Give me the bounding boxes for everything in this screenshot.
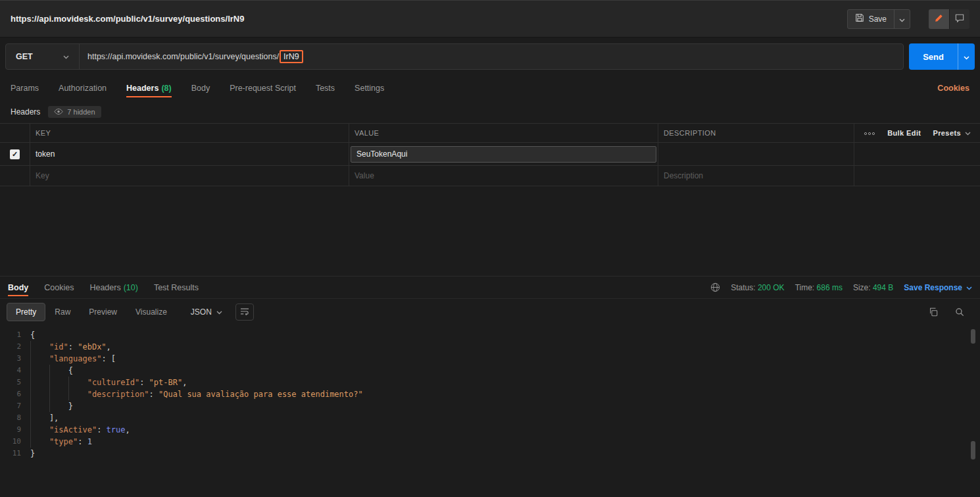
header-row-token: ✓ token	[0, 143, 980, 166]
wrap-text-button[interactable]	[235, 303, 254, 321]
code-text: {	[30, 329, 35, 341]
line-number: 1	[0, 329, 30, 341]
hidden-headers-label: 7 hidden	[67, 108, 95, 116]
url-bar: GET https://api.movidesk.com/public/v1/s…	[5, 43, 904, 70]
row-checkbox-cell: ✓	[0, 143, 30, 165]
code-line: 9"isActive": true,	[0, 424, 980, 436]
tab-tests[interactable]: Tests	[316, 76, 335, 101]
chevron-down-icon	[965, 129, 971, 137]
response-pane: Body Cookies Headers(10) Test Results St…	[0, 276, 980, 497]
save-label: Save	[869, 14, 887, 24]
row-checkbox-checked[interactable]: ✓	[10, 149, 20, 159]
request-title: https://api.movidesk.com/public/v1/surve…	[11, 14, 847, 24]
code-text: "cultureId": "pt-BR",	[30, 377, 187, 388]
tab-authorization[interactable]: Authorization	[59, 76, 107, 101]
send-button[interactable]: Send	[909, 43, 958, 70]
code-text: "isActive": true,	[30, 424, 130, 436]
bulk-edit-button[interactable]: Bulk Edit	[887, 129, 921, 137]
tab-body[interactable]: Body	[191, 76, 210, 101]
response-headers-count-badge: (10)	[124, 283, 138, 292]
response-tab-test-results[interactable]: Test Results	[154, 276, 199, 298]
line-number: 7	[0, 400, 30, 412]
headers-table-header-row: KEY VALUE DESCRIPTION Bulk Edit Presets	[0, 124, 980, 143]
request-url-row: GET https://api.movidesk.com/public/v1/s…	[0, 38, 980, 76]
empty-area	[0, 186, 980, 276]
response-tab-body[interactable]: Body	[8, 276, 28, 298]
edit-request-button[interactable]	[929, 9, 949, 29]
status-indicator: Status: 200 OK	[731, 283, 784, 292]
code-line: 8],	[0, 412, 980, 424]
response-view-toolbar: Pretty Raw Preview Visualize JSON	[0, 299, 980, 325]
placeholder-controls-cell	[854, 166, 980, 186]
select-all-column	[0, 124, 30, 142]
scrollbar-thumb[interactable]	[971, 329, 975, 344]
search-icon[interactable]	[955, 307, 964, 317]
save-button[interactable]: Save	[848, 10, 894, 28]
hidden-headers-toggle[interactable]: 7 hidden	[48, 106, 101, 118]
url-text: https://api.movidesk.com/public/v1/surve…	[87, 52, 279, 61]
tab-params[interactable]: Params	[11, 76, 39, 101]
code-text: ],	[30, 412, 59, 424]
save-options-caret[interactable]	[894, 10, 910, 28]
row-controls-cell	[854, 143, 980, 165]
wrap-text-icon	[240, 306, 249, 318]
code-text: }	[30, 400, 73, 412]
comments-button[interactable]	[949, 9, 969, 29]
header-value-input[interactable]	[351, 146, 656, 163]
tab-headers[interactable]: Headers(8)	[126, 76, 172, 101]
format-dropdown[interactable]: JSON	[184, 304, 229, 320]
view-tab-raw[interactable]: Raw	[45, 303, 80, 321]
more-options-button[interactable]	[864, 129, 875, 137]
column-header-value: VALUE	[349, 124, 658, 142]
view-tab-preview[interactable]: Preview	[80, 303, 126, 321]
url-highlighted-segment: IrN9	[280, 50, 303, 63]
pencil-icon	[935, 13, 943, 25]
code-line: 11}	[0, 448, 980, 459]
response-tools	[929, 307, 973, 317]
copy-icon[interactable]	[929, 307, 938, 317]
code-text: "description": "Qual sua avaliação para …	[30, 388, 363, 400]
placeholder-description-cell[interactable]: Description	[658, 166, 854, 186]
request-tabs: Params Authorization Headers(8) Body Pre…	[0, 76, 980, 101]
line-number: 5	[0, 377, 30, 388]
network-icon[interactable]	[710, 282, 720, 292]
scrollbar-thumb[interactable]	[971, 441, 975, 459]
headers-count-badge: (8)	[161, 84, 171, 93]
code-line: 1{	[0, 329, 980, 341]
method-label: GET	[16, 52, 33, 61]
time-indicator: Time: 686 ms	[795, 283, 843, 292]
status-value: 200 OK	[758, 283, 785, 292]
cookies-link[interactable]: Cookies	[937, 84, 969, 93]
header-key-cell[interactable]: token	[30, 143, 349, 165]
chevron-down-icon	[964, 51, 969, 63]
presets-dropdown[interactable]: Presets	[933, 129, 971, 137]
save-icon	[855, 13, 864, 24]
line-number: 10	[0, 436, 30, 448]
line-number: 9	[0, 424, 30, 436]
view-tab-visualize[interactable]: Visualize	[126, 303, 176, 321]
method-selector[interactable]: GET	[6, 44, 80, 69]
header-description-cell[interactable]	[658, 143, 854, 165]
chevron-down-icon	[899, 13, 905, 25]
code-text: "id": "ebDx",	[30, 341, 111, 353]
url-input[interactable]: https://api.movidesk.com/public/v1/surve…	[80, 44, 903, 69]
view-tab-pretty[interactable]: Pretty	[7, 303, 45, 321]
tab-settings[interactable]: Settings	[355, 76, 384, 101]
headers-section-header: Headers 7 hidden	[0, 101, 980, 123]
line-number: 11	[0, 448, 30, 459]
response-body-viewer: 1{2"id": "ebDx",3"languages": [4{5"cultu…	[0, 325, 980, 497]
response-tab-cookies[interactable]: Cookies	[44, 276, 74, 298]
send-options-caret[interactable]	[958, 43, 975, 70]
headers-section-title: Headers	[11, 107, 40, 117]
tab-pre-request-script[interactable]: Pre-request Script	[230, 76, 296, 101]
column-header-key: KEY	[30, 124, 349, 142]
save-response-dropdown[interactable]: Save Response	[904, 283, 972, 292]
placeholder-key-cell[interactable]: Key	[30, 166, 349, 186]
request-header-bar: https://api.movidesk.com/public/v1/surve…	[0, 1, 980, 38]
response-tab-headers[interactable]: Headers(10)	[89, 276, 137, 298]
code-text: "languages": [	[30, 353, 116, 365]
send-button-group: Send	[909, 43, 975, 70]
code-text: "type": 1	[30, 436, 92, 448]
placeholder-value-cell[interactable]: Value	[349, 166, 658, 186]
time-value: 686 ms	[817, 283, 843, 292]
